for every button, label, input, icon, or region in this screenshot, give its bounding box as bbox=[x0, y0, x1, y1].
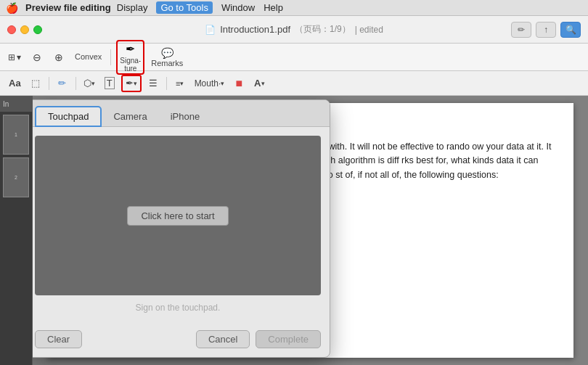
line-style-btn[interactable]: ≡ ▾ bbox=[171, 75, 189, 92]
traffic-lights bbox=[7, 25, 42, 34]
color-btn[interactable]: ■ bbox=[230, 75, 248, 92]
view-icon: ⊞ bbox=[8, 52, 15, 62]
crop-icon: ⬚ bbox=[31, 78, 40, 89]
annotation-toolbar: Aa ⬚ ✏ ⬡ ▾ T ✒ ▾ ☰ ≡ ▾ Mouth· ▾ ■ A ▾ bbox=[0, 71, 588, 96]
shapes-btn[interactable]: ⬡ ▾ bbox=[81, 75, 98, 92]
signature-icon: ✒ bbox=[126, 42, 135, 56]
window-title: 📄 Introduction1.pdf （页码：1/9） | edited bbox=[205, 23, 383, 36]
cancel-btn[interactable]: Cancel bbox=[196, 330, 250, 348]
toolbar-separator-1 bbox=[110, 49, 111, 65]
zoom-in-btn[interactable]: ⊕ bbox=[49, 48, 68, 67]
view-chevron: ▾ bbox=[17, 52, 21, 62]
signature-dialog[interactable]: Touchpad Camera iPhone Click here to sta… bbox=[33, 99, 330, 358]
markup-button[interactable]: ✏ bbox=[511, 22, 531, 38]
maximize-button[interactable] bbox=[33, 25, 42, 34]
text-tool-icon: T bbox=[105, 77, 115, 89]
menu-go-to-tools[interactable]: Go to Tools bbox=[156, 1, 213, 14]
font-chevron: ▾ bbox=[261, 80, 265, 87]
shapes-icon: ⬡ bbox=[83, 78, 91, 89]
apple-menu-icon[interactable]: 🍎 bbox=[6, 2, 18, 14]
complete-btn[interactable]: Complete bbox=[256, 330, 321, 348]
clear-btn[interactable]: Clear bbox=[35, 330, 82, 348]
remarks-label: Remarks bbox=[151, 60, 183, 67]
remarks-icon: 💬 bbox=[161, 47, 173, 59]
dialog-footer-left: Clear bbox=[35, 330, 82, 348]
text-tool-btn[interactable]: T bbox=[101, 75, 118, 92]
menu-display[interactable]: Display bbox=[117, 2, 148, 13]
pdf-area: data e most important part in the machin… bbox=[33, 96, 588, 365]
menubar: 🍎 Preview file editing Display Go to Too… bbox=[0, 0, 588, 16]
main-area: In 1 2 data e most important part in the… bbox=[0, 96, 588, 365]
signature-ann-chevron: ▾ bbox=[134, 80, 137, 87]
menu-window[interactable]: Window bbox=[221, 2, 255, 13]
ann-sep-3 bbox=[166, 77, 167, 90]
crop-btn[interactable]: ⬚ bbox=[27, 75, 44, 92]
signature-label: Signa-ture bbox=[120, 57, 141, 73]
mouth-chevron: ▾ bbox=[221, 80, 224, 87]
convex-btn[interactable]: Convex bbox=[71, 48, 105, 67]
thumb-label-2: 2 bbox=[15, 175, 17, 180]
signature-hint-text: Sign on the touchpad. bbox=[35, 303, 321, 313]
mouth-label: Mouth· bbox=[195, 78, 221, 89]
filename-label: Introduction1.pdf bbox=[220, 24, 290, 35]
ann-sep-2 bbox=[75, 77, 76, 90]
thumb-label: 1 bbox=[15, 132, 17, 137]
signature-ann-icon: ✒ bbox=[126, 78, 134, 89]
menu-help[interactable]: Help bbox=[264, 2, 283, 13]
zoom-in-icon: ⊕ bbox=[54, 52, 63, 63]
mouth-btn[interactable]: Mouth· ▾ bbox=[192, 75, 228, 92]
convex-label: Convex bbox=[75, 53, 102, 61]
app-name-label: Preview file editing bbox=[25, 2, 111, 13]
signature-ann-btn[interactable]: ✒ ▾ bbox=[121, 75, 142, 92]
toolbar: ⊞ ▾ ⊖ ⊕ Convex ✒ Signa-ture 💬 Remarks bbox=[0, 44, 588, 71]
text-size-btn[interactable]: Aa bbox=[6, 75, 24, 92]
font-btn[interactable]: A ▾ bbox=[250, 75, 268, 92]
minimize-button[interactable] bbox=[20, 25, 29, 34]
dialog-body: Click here to start Sign on the touchpad… bbox=[33, 127, 330, 330]
ann-sep-1 bbox=[49, 77, 49, 90]
thumbnail-1[interactable]: 1 bbox=[3, 115, 29, 155]
text-size-label: Aa bbox=[9, 78, 21, 89]
dialog-footer: Clear Cancel Complete bbox=[33, 330, 330, 357]
thumbnail-sidebar: In 1 2 bbox=[0, 96, 33, 365]
align-btn[interactable]: ☰ bbox=[144, 75, 162, 92]
page-info-label: （页码：1/9） bbox=[295, 23, 351, 36]
remarks-btn[interactable]: 💬 Remarks bbox=[147, 48, 187, 67]
tab-iphone[interactable]: iPhone bbox=[159, 106, 211, 126]
tab-touchpad[interactable]: Touchpad bbox=[35, 106, 102, 127]
titlebar: 📄 Introduction1.pdf （页码：1/9） | edited ✏ … bbox=[0, 16, 588, 44]
pen-icon: ✏ bbox=[58, 78, 66, 89]
search-button[interactable]: 🔍 bbox=[560, 22, 581, 38]
shapes-chevron: ▾ bbox=[91, 80, 95, 87]
align-icon: ☰ bbox=[149, 78, 158, 89]
sidebar-label: In bbox=[3, 100, 9, 108]
signature-canvas[interactable]: Click here to start bbox=[35, 136, 321, 295]
close-button[interactable] bbox=[7, 25, 16, 34]
tab-camera[interactable]: Camera bbox=[102, 106, 158, 126]
share-button[interactable]: ↑ bbox=[536, 22, 556, 38]
view-toggle-btn[interactable]: ⊞ ▾ bbox=[4, 48, 25, 67]
titlebar-controls: ✏ ↑ 🔍 bbox=[511, 22, 581, 38]
click-to-start-btn[interactable]: Click here to start bbox=[127, 206, 228, 226]
font-icon: A bbox=[254, 78, 261, 89]
thumbnail-2[interactable]: 2 bbox=[3, 157, 29, 197]
color-swatch-icon: ■ bbox=[235, 77, 242, 90]
zoom-out-icon: ⊖ bbox=[33, 52, 41, 63]
dialog-tabs: Touchpad Camera iPhone bbox=[33, 100, 330, 127]
pen-btn[interactable]: ✏ bbox=[54, 75, 71, 92]
signature-btn[interactable]: ✒ Signa-ture bbox=[116, 40, 144, 75]
edited-label: | edited bbox=[355, 25, 383, 35]
sidebar-header: In bbox=[0, 96, 32, 112]
line-chevron: ▾ bbox=[180, 80, 184, 87]
zoom-out-btn[interactable]: ⊖ bbox=[28, 48, 46, 67]
dialog-footer-right: Cancel Complete bbox=[196, 330, 321, 348]
pdf-icon: 📄 bbox=[205, 25, 216, 35]
